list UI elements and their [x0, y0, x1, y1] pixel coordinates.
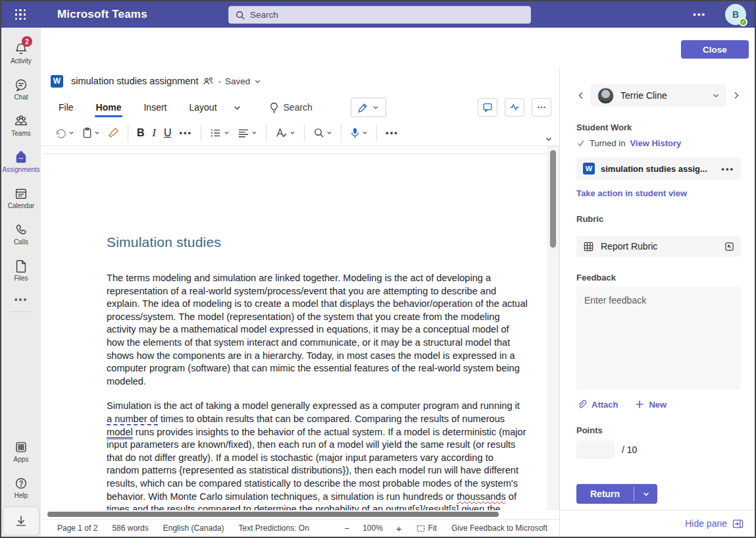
zoom-out-button[interactable]: − [345, 524, 350, 533]
global-search-input[interactable] [250, 10, 524, 20]
sidebar-item-calendar[interactable]: Calendar [1, 180, 41, 215]
language-indicator[interactable]: English (Canada) [163, 524, 224, 533]
dictate-button[interactable] [346, 123, 372, 143]
bullets-chevron-icon [224, 130, 230, 136]
tab-file[interactable]: File [51, 97, 82, 118]
saved-status[interactable]: Saved [225, 76, 250, 86]
sidebar-more-icon[interactable]: ••• [14, 294, 28, 305]
apps-grid-icon [14, 440, 28, 454]
tab-home[interactable]: Home [88, 97, 130, 118]
collapse-ribbon-icon[interactable] [545, 135, 553, 143]
ribbon-search[interactable]: Search [269, 102, 313, 113]
find-button[interactable] [309, 123, 336, 143]
styles-button[interactable] [271, 123, 299, 143]
italic-button[interactable]: I [149, 123, 160, 143]
topbar-more-icon[interactable]: ••• [693, 9, 706, 19]
download-app-button[interactable] [3, 506, 39, 535]
undo-button[interactable] [51, 123, 78, 143]
tab-insert[interactable]: Insert [136, 97, 174, 118]
font-style-icon [275, 127, 288, 138]
turned-in-status: Turned in View History [576, 138, 741, 148]
take-action-link[interactable]: Take action in student view [576, 188, 741, 198]
document-canvas[interactable]: Simulation studies The terms modeling an… [41, 146, 559, 510]
horizontal-scrollbar[interactable] [47, 512, 499, 517]
next-student-button[interactable] [732, 91, 741, 100]
tab-layout[interactable]: Layout [181, 97, 224, 118]
rubric-grid-icon [583, 241, 594, 252]
zoom-in-button[interactable]: + [396, 523, 402, 534]
previous-student-button[interactable] [576, 91, 586, 100]
turned-in-text: Turned in [590, 138, 625, 148]
title-dash: - [218, 76, 221, 86]
close-button[interactable]: Close [681, 40, 749, 59]
document-title: simulation studies assignment [71, 76, 198, 86]
page-indicator[interactable]: Page 1 of 2 [57, 524, 97, 533]
font-more-button[interactable]: ••• [175, 123, 196, 143]
document-paragraph[interactable]: The terms modeling and simulation are li… [107, 272, 528, 388]
document-page[interactable]: Simulation studies The terms modeling an… [43, 153, 547, 510]
sidebar-item-activity[interactable]: 2 Activity [1, 36, 41, 70]
fit-icon [416, 524, 425, 533]
hide-pane-icon[interactable] [732, 519, 743, 529]
return-options-button[interactable] [634, 484, 657, 504]
points-input[interactable] [576, 441, 615, 459]
comments-button[interactable] [478, 98, 497, 117]
catch-up-button[interactable] [505, 98, 524, 117]
student-dropdown-chevron-icon [712, 92, 720, 99]
activity-pulse-icon [509, 102, 520, 113]
avatar[interactable]: B ✓ [725, 4, 746, 25]
format-painter-button[interactable] [104, 123, 123, 143]
zoom-level[interactable]: 100% [363, 524, 383, 533]
word-count[interactable]: 586 words [112, 524, 148, 533]
sidebar-item-help[interactable]: Help [1, 470, 41, 505]
toolbar-more-button[interactable]: ••• [382, 123, 403, 143]
search-icon [236, 11, 245, 20]
sidebar-item-chat[interactable]: Chat [1, 72, 41, 107]
phone-icon [14, 223, 28, 237]
paste-button[interactable] [78, 123, 104, 143]
ribbon-more-button[interactable] [532, 98, 551, 117]
return-button[interactable]: Return [576, 484, 634, 504]
fit-to-page-button[interactable]: Fit [416, 524, 437, 533]
student-work-label: Student Work [576, 122, 741, 132]
bold-button[interactable]: B [133, 123, 149, 143]
give-feedback-link[interactable]: Give Feedback to Microsoft [451, 524, 547, 533]
presence-available-icon: ✓ [739, 18, 747, 26]
underline-button[interactable]: U [160, 123, 176, 143]
submitted-file-card[interactable]: W simulation studies assig... ••• [576, 157, 741, 180]
waffle-menu-icon[interactable] [13, 7, 28, 22]
report-rubric-card[interactable]: Report Rubric [576, 236, 741, 257]
global-search-box[interactable] [228, 6, 531, 24]
student-selector[interactable]: Terrie Cline [591, 84, 726, 107]
app-title: Microsoft Teams [57, 8, 147, 21]
sidebar-item-calls[interactable]: Calls [1, 217, 41, 252]
pen-tools-button[interactable] [351, 97, 386, 117]
paperclip-icon [576, 399, 587, 410]
more-horizontal-icon [536, 102, 547, 113]
hide-pane-link[interactable]: Hide pane [685, 518, 727, 529]
attach-button[interactable]: Attach [576, 399, 618, 410]
vertical-scrollbar[interactable] [550, 150, 556, 248]
align-button[interactable] [234, 123, 261, 143]
document-paragraph[interactable]: Simulation is the act of taking a model … [107, 400, 528, 510]
rubric-label: Rubric [576, 214, 741, 224]
sidebar-item-assignments[interactable]: Assignments [1, 144, 41, 179]
word-logo-icon: W [51, 75, 63, 88]
view-history-link[interactable]: View History [630, 138, 681, 148]
file-more-icon[interactable]: ••• [721, 164, 734, 174]
sidebar-item-apps[interactable]: Apps [1, 434, 41, 469]
tabs-chevron-icon[interactable] [233, 103, 241, 112]
bullets-button[interactable] [206, 123, 234, 143]
text-predictions-toggle[interactable]: Text Predictions: On [238, 524, 309, 533]
saved-chevron-icon[interactable] [254, 78, 261, 85]
sidebar-item-files[interactable]: Files [1, 253, 41, 288]
document-heading[interactable]: Simulation studies [107, 234, 528, 250]
open-rubric-icon[interactable] [724, 242, 734, 252]
workspace: Close W simulation studies assignment - … [41, 28, 755, 537]
assignment-header: Close [41, 28, 755, 67]
feedback-textarea[interactable] [576, 286, 741, 390]
file-icon [14, 259, 28, 273]
ribbon-tabs: File Home Insert Layout Search [41, 95, 559, 120]
new-button[interactable]: New [635, 400, 667, 410]
sidebar-item-teams[interactable]: Teams [1, 108, 41, 143]
